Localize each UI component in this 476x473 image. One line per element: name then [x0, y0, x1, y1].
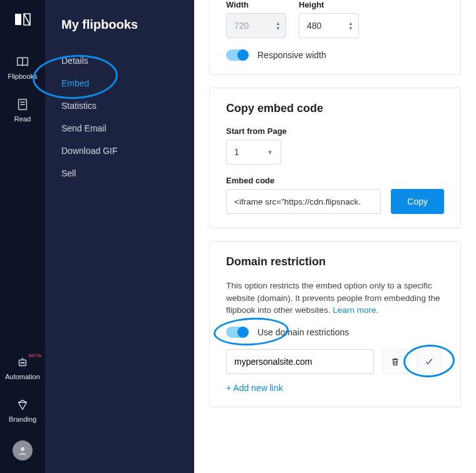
stepper-icon[interactable]: ▲▼	[276, 21, 281, 31]
domain-title: Domain restriction	[226, 255, 444, 268]
main-panel: Width ▲▼ Height ▲▼ Responsive width Copy…	[194, 0, 476, 473]
restriction-label: Use domain restrictions	[257, 327, 349, 337]
rail-item-read[interactable]: Read	[0, 98, 45, 123]
rail-label: Flipbooks	[8, 73, 37, 80]
avatar[interactable]	[13, 440, 33, 460]
domain-card: Domain restriction This option restricts…	[209, 241, 461, 407]
embed-code-box[interactable]: <iframe src="https://cdn.flipsnack.	[226, 189, 381, 214]
icon-rail: Flipbooks Read BETA Automation Branding	[0, 0, 45, 473]
stepper-icon[interactable]: ▲▼	[348, 21, 353, 31]
width-label: Width	[226, 0, 286, 9]
rail-label: Read	[14, 115, 31, 123]
height-input[interactable]	[307, 21, 346, 31]
svg-rect-1	[19, 360, 26, 365]
subnav-title: My flipbooks	[61, 18, 178, 32]
subnav-item-sell[interactable]: Sell	[61, 162, 178, 185]
book-open-icon	[16, 55, 29, 69]
subnav-item-details[interactable]: Details	[61, 49, 178, 72]
dimensions-card: Width ▲▼ Height ▲▼ Responsive width	[209, 0, 461, 75]
subnav-item-statistics[interactable]: Statistics	[61, 94, 178, 117]
subnav-item-download-gif[interactable]: Download GIF	[61, 140, 178, 162]
check-icon	[424, 357, 434, 367]
copy-button[interactable]: Copy	[391, 189, 444, 214]
width-stepper[interactable]: ▲▼	[226, 13, 286, 38]
beta-badge: BETA	[29, 353, 41, 359]
domain-desc-dot: .	[376, 305, 378, 315]
domain-desc: This option restricts the embed option o…	[226, 280, 444, 317]
subnav-item-send-email[interactable]: Send Email	[61, 117, 178, 140]
rail-label: Automation	[5, 373, 40, 380]
learn-more-link[interactable]: Learn more	[333, 305, 376, 315]
embed-code-card: Copy embed code Start from Page 1 ▼ Embe…	[209, 88, 461, 228]
svg-point-2	[21, 362, 22, 364]
svg-point-3	[23, 362, 24, 364]
responsive-label: Responsive width	[257, 50, 326, 60]
user-icon	[17, 445, 28, 456]
height-stepper[interactable]: ▲▼	[299, 13, 359, 38]
startfrom-value: 1	[234, 147, 239, 157]
height-label: Height	[299, 0, 359, 9]
startfrom-select[interactable]: 1 ▼	[226, 140, 281, 165]
restriction-toggle[interactable]	[226, 327, 249, 338]
trash-icon	[390, 357, 400, 367]
embed-title: Copy embed code	[226, 102, 444, 115]
confirm-button[interactable]	[416, 349, 442, 374]
rail-item-automation[interactable]: BETA Automation	[0, 355, 45, 380]
startfrom-label: Start from Page	[226, 126, 444, 136]
robot-icon	[16, 355, 29, 369]
page-icon	[16, 98, 29, 111]
rail-item-branding[interactable]: Branding	[0, 398, 45, 423]
subnav-item-embed[interactable]: Embed	[61, 72, 178, 94]
rail-item-flipbooks[interactable]: Flipbooks	[0, 55, 45, 80]
domain-input[interactable]	[226, 349, 374, 374]
logo-icon	[14, 13, 31, 28]
code-label: Embed code	[226, 176, 444, 185]
subnav: My flipbooks Details Embed Statistics Se…	[45, 0, 194, 473]
delete-button[interactable]	[383, 349, 408, 374]
rail-label: Branding	[9, 415, 36, 423]
diamond-icon	[16, 398, 29, 412]
chevron-down-icon: ▼	[267, 149, 273, 156]
svg-point-4	[21, 447, 24, 451]
width-input[interactable]	[234, 21, 273, 31]
responsive-toggle[interactable]	[226, 49, 249, 61]
add-link-button[interactable]: + Add new link	[226, 383, 444, 393]
